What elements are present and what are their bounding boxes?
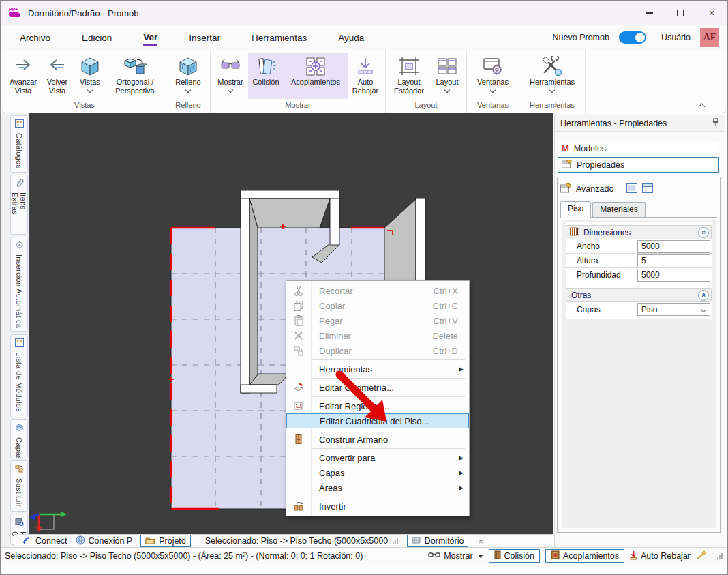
tab-materiales[interactable]: Materiales <box>592 202 645 217</box>
sidebar-tab-catalogos[interactable]: Catálogos <box>10 115 28 173</box>
minimize-button[interactable] <box>633 1 665 25</box>
table-view-icon[interactable] <box>642 183 653 195</box>
conexion-p-button[interactable]: Conexión P <box>76 535 133 547</box>
nav-modelos[interactable]: M Modelos <box>558 141 719 156</box>
close-button[interactable]: × <box>696 1 727 25</box>
collapse-icon[interactable]: « <box>698 227 709 238</box>
paste-icon <box>286 313 311 328</box>
menu-item-construir-armario[interactable]: Construir Armario <box>286 432 469 447</box>
pin-icon[interactable] <box>712 118 719 129</box>
menu-item-duplicar[interactable]: Duplicar Ctrl+D <box>286 343 469 358</box>
advanced-label[interactable]: Avanzado <box>576 184 613 194</box>
sidebar-tab-itens-extras[interactable]: Itens Extras <box>10 175 28 235</box>
room-icon <box>412 536 421 546</box>
profundidad-input[interactable]: 5000 <box>637 269 710 282</box>
ribbon-collapse-button[interactable] <box>699 104 706 110</box>
property-grid-area: Dimensiones « Ancho 5000 Altura 5 Profun… <box>562 220 716 528</box>
menu-item-copiar[interactable]: Copiar Ctrl+C <box>286 298 469 313</box>
selection-status-text: Seleccionado: Piso -> Piso Techo (5000x5… <box>205 536 388 546</box>
menu-edicion[interactable]: Edición <box>82 30 112 45</box>
menu-item-herramientas[interactable]: Herramientas ▶ <box>286 362 469 377</box>
chevron-down-icon <box>478 555 483 558</box>
cabinet-cross-icon <box>551 550 560 561</box>
menu-item-capas[interactable]: Capas ▶ <box>286 465 469 480</box>
sidebar-tab-sustituir[interactable]: Sustituir <box>10 460 28 512</box>
volver-vista-button[interactable]: VolverVista <box>41 53 74 99</box>
mostrar-dropdown[interactable]: Mostrar <box>428 551 483 561</box>
ribbon-group-relleno: Relleno Relleno <box>166 50 211 113</box>
project-bar: Connect Conexión P Projeto Seleccionado:… <box>14 534 553 547</box>
layout-button[interactable]: Layout <box>430 53 464 99</box>
resize-grip-icon[interactable] <box>716 552 723 559</box>
menu-archivo[interactable]: Archivo <box>20 30 50 45</box>
group-header-dimensiones[interactable]: Dimensiones « <box>566 225 712 239</box>
chevron-down-icon <box>185 87 191 93</box>
layout-estandar-button[interactable]: LayoutEstándar <box>388 53 430 99</box>
relleno-button[interactable]: Relleno <box>168 53 208 99</box>
menu-herramientas[interactable]: Herramientas <box>252 30 307 45</box>
capas-select[interactable]: Piso <box>637 303 710 316</box>
sidebar-tab-capas[interactable]: Capas <box>10 419 28 458</box>
mostrar-button[interactable]: Mostrar <box>213 53 248 99</box>
ribbon-group-mostrar: Mostrar Colisión Acoplamientos AutoRebaj… <box>211 50 386 113</box>
menu-item-convertir-para[interactable]: Convertir para ▶ <box>286 450 469 465</box>
projeto-tab[interactable]: Projeto <box>140 535 191 547</box>
menu-item-areas[interactable]: Áreas ▶ <box>286 480 469 495</box>
viewport-3d[interactable]: Recortar Ctrl+X Copiar Ctrl+C Pegar Ctrl… <box>29 113 553 534</box>
colision-toggle[interactable]: Colisión <box>489 549 540 563</box>
auto-lower-icon <box>355 55 376 78</box>
divider <box>558 138 722 138</box>
wand-icon[interactable] <box>696 550 707 562</box>
make-icon <box>15 516 24 529</box>
connect-button[interactable]: Connect <box>22 535 67 546</box>
sidebar-tab-lista-de-modulos[interactable]: Lista de Módulos <box>10 334 28 417</box>
nuevo-promob-toggle[interactable] <box>619 31 646 44</box>
auto-rebajar-toggle[interactable]: Auto Rebajar <box>630 550 691 562</box>
tab-piso[interactable]: Piso <box>560 201 591 218</box>
menu-item-pegar[interactable]: Pegar Ctrl+V <box>286 313 469 328</box>
auto-rebajar-button[interactable]: AutoRebajar <box>348 53 383 99</box>
nuevo-promob-label: Nuevo Promob <box>553 33 609 42</box>
ribbon-group-label: Herramientas <box>521 99 583 113</box>
close-document-button[interactable]: × <box>478 536 483 546</box>
menu-item-invertir[interactable]: Invertir <box>286 499 469 514</box>
acoplamientos-button[interactable]: Acoplamientos <box>284 53 348 99</box>
menu-insertar[interactable]: Insertar <box>189 30 220 45</box>
ortogonal-perspectiva-button[interactable]: Ortogonal /Perspectiva <box>106 53 164 99</box>
avatar[interactable]: AF <box>700 28 719 47</box>
nav-propiedades[interactable]: Propiedades <box>558 157 719 173</box>
ribbon-group-label: Mostrar <box>213 99 383 113</box>
maximize-button[interactable] <box>665 1 696 25</box>
properties-panel: Herramientas - Propiedades M Modelos Pro… <box>554 113 725 547</box>
globe-icon <box>76 535 85 547</box>
menu-ver[interactable]: Ver <box>143 29 157 46</box>
menu-item-editar-geometria[interactable]: Editar Geometría... <box>286 380 469 395</box>
menu-item-editar-cuadricula-del-piso[interactable]: Editar Cuadricula del Piso... <box>286 413 469 428</box>
list-view-icon[interactable] <box>626 183 637 195</box>
properties-box: Avanzado Piso Materiales Dimensiones « <box>557 177 721 533</box>
group-header-otras[interactable]: Otras « <box>566 288 712 302</box>
menu-separator <box>312 497 465 497</box>
menu-bar: Archivo Edición Ver Insertar Herramienta… <box>1 25 727 50</box>
sidebar-tab-insercion-automatica[interactable]: Inserción Automática <box>10 237 28 331</box>
menu-item-eliminar[interactable]: Eliminar Delete <box>286 328 469 343</box>
menu-item-editar-regiones[interactable]: Editar Regiones... <box>286 398 469 413</box>
chevron-down-icon <box>490 87 496 93</box>
acoplamientos-toggle[interactable]: Acoplamientos <box>545 549 624 563</box>
menu-ayuda[interactable]: Ayuda <box>338 30 364 45</box>
ventanas-button[interactable]: Ventanas <box>469 53 517 99</box>
ribbon-group-label: Layout <box>388 99 464 113</box>
drag-grip-icon[interactable] <box>392 537 399 544</box>
avanzar-vista-button[interactable]: AvanzarVista <box>5 53 41 99</box>
herramientas-button[interactable]: Herramientas <box>521 53 583 99</box>
dormitorio-tab[interactable]: Dormitório <box>407 535 469 547</box>
property-tabs: Piso Materiales <box>560 201 717 218</box>
right-wall[interactable] <box>384 198 425 280</box>
chevron-down-icon <box>228 87 233 93</box>
colision-button[interactable]: Colisión <box>248 53 284 99</box>
collapse-icon[interactable]: « <box>698 290 709 301</box>
altura-input[interactable]: 5 <box>637 254 710 267</box>
menu-item-recortar[interactable]: Recortar Ctrl+X <box>286 283 469 298</box>
ancho-input[interactable]: 5000 <box>637 240 710 253</box>
vistas-button[interactable]: Vistas <box>74 53 106 99</box>
